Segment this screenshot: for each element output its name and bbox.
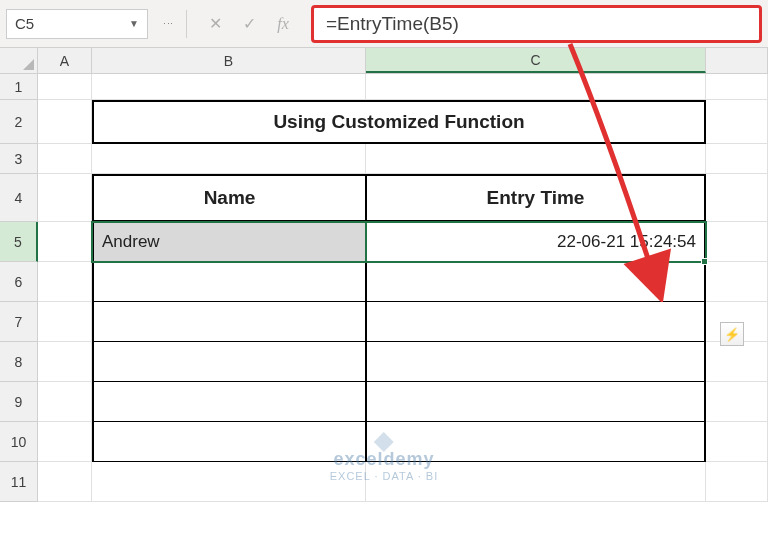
cell-b11[interactable] xyxy=(92,462,366,502)
cell-a11[interactable] xyxy=(38,462,92,502)
cell-c1[interactable] xyxy=(366,74,706,100)
smart-tag-label: ⚡ xyxy=(724,327,740,342)
row-header-8[interactable]: 8 xyxy=(0,342,38,382)
row-header-7[interactable]: 7 xyxy=(0,302,38,342)
cell-a10[interactable] xyxy=(38,422,92,462)
cell-a2[interactable] xyxy=(38,100,92,144)
cell-d2[interactable] xyxy=(706,100,768,144)
header-name[interactable]: Name xyxy=(92,174,366,222)
cell-b7[interactable] xyxy=(92,302,366,342)
insert-function-button[interactable]: fx xyxy=(271,12,295,36)
formula-controls: ✕ ✓ fx xyxy=(195,12,303,36)
cell-d10[interactable] xyxy=(706,422,768,462)
watermark: exceldemy EXCEL · DATA · BI xyxy=(330,435,439,482)
row-header-5[interactable]: 5 xyxy=(0,222,38,262)
cell-b9[interactable] xyxy=(92,382,366,422)
cell-d3[interactable] xyxy=(706,144,768,174)
column-headers: A B C xyxy=(0,48,768,74)
cell-a6[interactable] xyxy=(38,262,92,302)
watermark-sub: EXCEL · DATA · BI xyxy=(330,470,439,482)
grid-row: 5 Andrew 22-06-21 15:24:54 xyxy=(0,222,768,262)
row-header-11[interactable]: 11 xyxy=(0,462,38,502)
row-header-10[interactable]: 10 xyxy=(0,422,38,462)
dots-icon: ⋮ xyxy=(161,18,174,30)
formula-text: =EntryTime(B5) xyxy=(326,13,459,35)
cell-c3[interactable] xyxy=(366,144,706,174)
grid-row: 3 xyxy=(0,144,768,174)
chevron-down-icon[interactable]: ▼ xyxy=(129,18,139,29)
row-header-2[interactable]: 2 xyxy=(0,100,38,144)
watermark-main: exceldemy xyxy=(330,449,439,470)
row-header-1[interactable]: 1 xyxy=(0,74,38,100)
cell-a5[interactable] xyxy=(38,222,92,262)
grid-row: 8 xyxy=(0,342,768,382)
grid-row: 9 xyxy=(0,382,768,422)
cell-c5-value: 22-06-21 15:24:54 xyxy=(557,232,696,252)
formula-bar-section: C5 ▼ ⋮ ✕ ✓ fx =EntryTime(B5) xyxy=(0,0,768,48)
cancel-button[interactable]: ✕ xyxy=(203,12,227,36)
cell-a3[interactable] xyxy=(38,144,92,174)
header-entry-time[interactable]: Entry Time xyxy=(366,174,706,222)
cell-d11[interactable] xyxy=(706,462,768,502)
row-header-6[interactable]: 6 xyxy=(0,262,38,302)
grid-row: 4 Name Entry Time xyxy=(0,174,768,222)
cell-b3[interactable] xyxy=(92,144,366,174)
cell-d6[interactable] xyxy=(706,262,768,302)
cell-d1[interactable] xyxy=(706,74,768,100)
column-header-a[interactable]: A xyxy=(38,48,92,73)
grid-row: 1 xyxy=(0,74,768,100)
name-box[interactable]: C5 ▼ xyxy=(6,9,148,39)
cell-d9[interactable] xyxy=(706,382,768,422)
cell-c9[interactable] xyxy=(366,382,706,422)
cell-a4[interactable] xyxy=(38,174,92,222)
cell-b1[interactable] xyxy=(92,74,366,100)
title-cell[interactable]: Using Customized Function xyxy=(92,100,706,144)
smart-tag-icon[interactable]: ⚡ xyxy=(720,322,744,346)
column-header-d[interactable] xyxy=(706,48,768,73)
cell-a8[interactable] xyxy=(38,342,92,382)
row-header-9[interactable]: 9 xyxy=(0,382,38,422)
cell-a9[interactable] xyxy=(38,382,92,422)
cell-b6[interactable] xyxy=(92,262,366,302)
cell-c6[interactable] xyxy=(366,262,706,302)
grid-row: 7 xyxy=(0,302,768,342)
expand-name-box-button[interactable]: ⋮ xyxy=(156,13,178,35)
cell-d5[interactable] xyxy=(706,222,768,262)
row-header-4[interactable]: 4 xyxy=(0,174,38,222)
cell-c5[interactable]: 22-06-21 15:24:54 xyxy=(366,222,706,262)
cell-b8[interactable] xyxy=(92,342,366,382)
watermark-logo-icon xyxy=(330,435,439,449)
name-box-value: C5 xyxy=(15,15,34,32)
grid-row: 2 Using Customized Function xyxy=(0,100,768,144)
column-header-c[interactable]: C xyxy=(366,48,706,73)
cell-d8[interactable] xyxy=(706,342,768,382)
cell-d4[interactable] xyxy=(706,174,768,222)
fill-handle[interactable] xyxy=(701,258,708,265)
enter-button[interactable]: ✓ xyxy=(237,12,261,36)
cell-b5[interactable]: Andrew xyxy=(92,222,366,262)
row-header-3[interactable]: 3 xyxy=(0,144,38,174)
select-all-button[interactable] xyxy=(0,48,38,73)
grid-row: 6 xyxy=(0,262,768,302)
cell-c8[interactable] xyxy=(366,342,706,382)
cell-b10[interactable] xyxy=(92,422,366,462)
formula-input[interactable]: =EntryTime(B5) xyxy=(311,5,762,43)
cell-a7[interactable] xyxy=(38,302,92,342)
cell-a1[interactable] xyxy=(38,74,92,100)
divider xyxy=(186,10,187,38)
column-header-b[interactable]: B xyxy=(92,48,366,73)
cell-c7[interactable] xyxy=(366,302,706,342)
